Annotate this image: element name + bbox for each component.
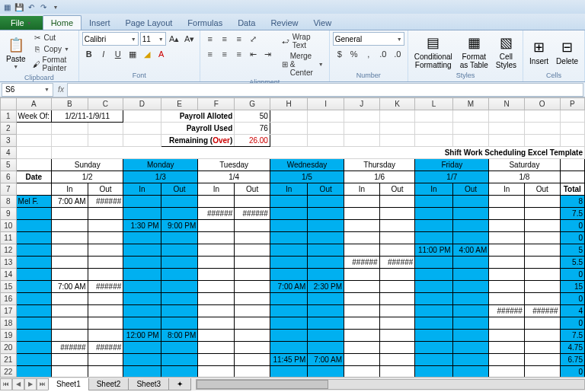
cell-C12[interactable]	[88, 244, 123, 257]
cell-G12[interactable]	[235, 244, 270, 257]
sheet-nav-prev[interactable]: ◀	[12, 378, 24, 390]
tab-insert[interactable]: Insert	[82, 16, 118, 30]
cell-J10[interactable]	[344, 220, 380, 232]
cell-K10[interactable]	[379, 220, 415, 232]
cell-F18[interactable]	[198, 317, 235, 330]
cell-D11[interactable]	[123, 232, 161, 244]
cell-A14[interactable]	[16, 269, 52, 281]
cell-D9[interactable]	[123, 208, 161, 220]
cell-I16[interactable]	[308, 293, 344, 305]
bold-button[interactable]: B	[82, 47, 96, 61]
cell-D18[interactable]	[123, 317, 161, 330]
select-all-corner[interactable]	[1, 98, 17, 110]
italic-button[interactable]: I	[97, 47, 110, 61]
cell-B14[interactable]	[52, 269, 88, 281]
cell-O19[interactable]	[524, 330, 560, 342]
cell-O18[interactable]	[524, 317, 560, 330]
row-header-13[interactable]: 13	[1, 257, 17, 269]
cell-O11[interactable]	[524, 232, 560, 244]
increase-decimal-button[interactable]: .0	[376, 47, 390, 61]
cell-A16[interactable]	[16, 293, 52, 305]
cell-F5[interactable]: Tuesday	[198, 159, 270, 171]
cell-K14[interactable]	[379, 269, 415, 281]
cell-H1[interactable]	[270, 110, 307, 123]
cell-L8[interactable]	[415, 196, 452, 208]
cell-O16[interactable]	[524, 293, 560, 305]
col-header-O[interactable]: O	[524, 98, 560, 110]
cell-E15[interactable]	[161, 281, 198, 293]
cell-H2[interactable]	[270, 123, 307, 135]
cell-A7[interactable]	[16, 183, 52, 196]
cell-D20[interactable]	[123, 342, 161, 354]
row-header-8[interactable]: 8	[1, 196, 17, 208]
cell-N17[interactable]: ######	[489, 305, 525, 317]
decrease-decimal-button[interactable]: .0	[391, 47, 404, 61]
row-header-11[interactable]: 11	[1, 232, 17, 244]
cell-M21[interactable]	[452, 354, 489, 366]
row-header-7[interactable]: 7	[1, 183, 17, 196]
cell-H7[interactable]: In	[270, 183, 307, 196]
cell-P9[interactable]: 7.5	[560, 208, 584, 220]
cell-B16[interactable]	[52, 293, 88, 305]
cell-K18[interactable]	[379, 317, 415, 330]
cell-K19[interactable]	[379, 330, 415, 342]
cut-button[interactable]: ✂Cut	[30, 32, 75, 43]
cell-J19[interactable]	[344, 330, 380, 342]
cell-H15[interactable]: 7:00 AM	[270, 281, 307, 293]
decrease-indent-button[interactable]: ⇤	[247, 47, 261, 61]
file-tab[interactable]: File▼	[0, 16, 43, 30]
row-header-20[interactable]: 20	[1, 342, 17, 354]
cell-C9[interactable]	[88, 208, 123, 220]
row-header-6[interactable]: 6	[1, 171, 17, 183]
cell-L20[interactable]	[415, 342, 452, 354]
cell-N16[interactable]	[489, 293, 525, 305]
wrap-text-button[interactable]: ⮐Wrap Text	[280, 32, 326, 50]
cell-N19[interactable]	[489, 330, 525, 342]
cell-O2[interactable]	[524, 123, 560, 135]
cell-F7[interactable]: In	[198, 183, 235, 196]
cell-B8[interactable]: 7:00 AM	[52, 196, 88, 208]
cell-I9[interactable]	[308, 208, 344, 220]
cell-I3[interactable]	[308, 135, 344, 147]
cell-I20[interactable]	[308, 342, 344, 354]
cell-G13[interactable]	[235, 257, 270, 269]
col-header-I[interactable]: I	[308, 98, 344, 110]
cell-B17[interactable]	[52, 305, 88, 317]
cell-J12[interactable]	[344, 244, 380, 257]
col-header-D[interactable]: D	[123, 98, 161, 110]
cell-M18[interactable]	[452, 317, 489, 330]
align-center-button[interactable]: ≡	[218, 47, 232, 61]
tab-review[interactable]: Review	[263, 16, 305, 30]
cell-M22[interactable]	[452, 366, 489, 378]
cell-O3[interactable]	[524, 135, 560, 147]
cell-J15[interactable]	[344, 281, 380, 293]
cell-L22[interactable]	[415, 366, 452, 378]
cell-B22[interactable]	[52, 366, 88, 378]
row-header-21[interactable]: 21	[1, 354, 17, 366]
save-icon[interactable]: 💾	[14, 2, 24, 12]
cell-I1[interactable]	[308, 110, 344, 123]
col-header-P[interactable]: P	[560, 98, 584, 110]
cell-D2[interactable]	[123, 123, 161, 135]
worksheet-grid[interactable]: ABCDEFGHIJKLMNOP1Week Of:1/2/11-1/9/11Pa…	[0, 97, 585, 377]
cell-I12[interactable]	[308, 244, 344, 257]
col-header-F[interactable]: F	[198, 98, 235, 110]
cell-P5[interactable]	[560, 159, 584, 171]
cell-B10[interactable]	[52, 220, 88, 232]
cell-E7[interactable]: Out	[161, 183, 198, 196]
cell-G15[interactable]	[235, 281, 270, 293]
cell-L10[interactable]	[415, 220, 452, 232]
cell-K22[interactable]	[379, 366, 415, 378]
cell-J11[interactable]	[344, 232, 380, 244]
cell-C17[interactable]	[88, 305, 123, 317]
cell-P16[interactable]: 0	[560, 293, 584, 305]
cell-C21[interactable]	[88, 354, 123, 366]
cell-P19[interactable]: 7.5	[560, 330, 584, 342]
row-header-5[interactable]: 5	[1, 159, 17, 171]
cell-E12[interactable]	[161, 244, 198, 257]
cell-C10[interactable]	[88, 220, 123, 232]
cell-M2[interactable]	[452, 123, 489, 135]
cell-P21[interactable]: 6.75	[560, 354, 584, 366]
merge-center-button[interactable]: ⊞Merge & Center▼	[280, 51, 326, 78]
cell-P11[interactable]: 0	[560, 232, 584, 244]
